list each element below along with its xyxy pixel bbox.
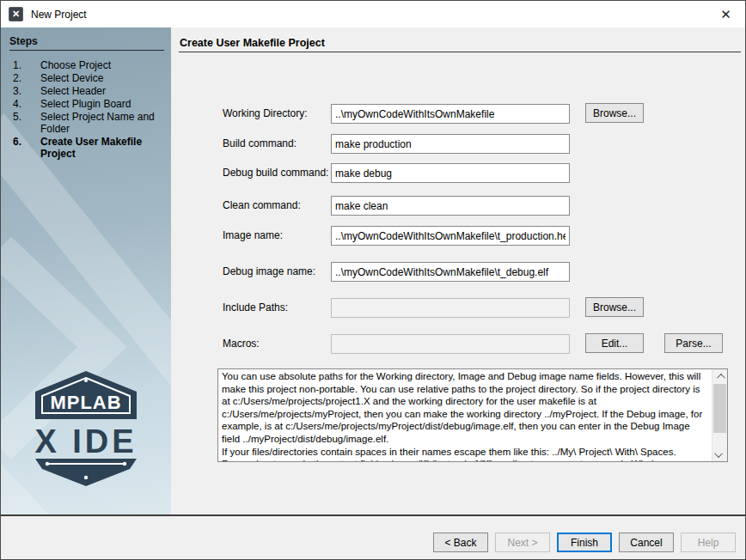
steps-heading: Steps [1,27,171,50]
macros-label: Macros: [223,338,260,350]
logo-mplab-text: MPLAB [50,392,121,413]
close-icon[interactable]: ✕ [706,1,745,27]
debug-image-name-label: Debug image name: [223,265,315,277]
next-button: Next > [495,533,550,552]
step-number: 6. [13,136,30,160]
step-select-device: Select Device [40,72,162,84]
footer-button-bar: < Back Next > Finish Cancel Help [1,516,745,559]
heading-divider [179,52,741,52]
help-scrollbar[interactable] [712,369,727,461]
step-number: 2. [13,72,30,84]
include-paths-label: Include Paths: [223,301,288,313]
working-directory-label: Working Directory: [223,107,307,119]
build-command-label: Build command: [223,137,297,149]
build-command-input[interactable] [331,134,570,154]
help-text-box: You can use absolute paths for the Worki… [217,368,728,462]
steps-sidebar: Steps 1. Choose Project 2. Select Device… [1,27,171,514]
step-choose-project: Choose Project [40,59,162,71]
step-number: 4. [13,98,30,110]
scroll-up-icon[interactable] [712,369,727,383]
include-paths-input [331,298,570,318]
step-select-plugin-board: Select Plugin Board [40,98,162,110]
mplab-x-ide-logo: MPLAB X IDE [21,369,150,490]
scrollbar-thumb[interactable] [713,384,726,433]
back-button[interactable]: < Back [433,533,488,552]
cancel-button[interactable]: Cancel [619,533,674,552]
step-number: 3. [13,85,30,97]
step-select-header: Select Header [40,85,162,97]
mplab-x-app-icon: ✕ [9,7,23,21]
macros-input [331,334,570,354]
step-select-project-name: Select Project Name and Folder [40,111,162,135]
working-directory-input[interactable] [331,104,570,124]
macros-edit-button[interactable]: Edit... [585,333,644,353]
new-project-dialog: ✕ New Project ✕ Steps 1. Choose Project … [0,0,746,560]
scroll-down-icon[interactable] [712,447,727,461]
step-create-user-makefile: Create User Makefile Project [40,136,162,160]
finish-button[interactable]: Finish [557,533,612,552]
image-name-label: Image name: [223,229,283,241]
step-number: 5. [13,111,30,135]
image-name-input[interactable] [331,226,570,246]
help-button: Help [681,533,736,552]
step-number: 1. [13,59,30,71]
steps-list: 1. Choose Project 2. Select Device 3. Se… [1,51,171,160]
macros-parse-button[interactable]: Parse... [664,333,723,353]
clean-command-input[interactable] [331,196,570,216]
clean-command-label: Clean command: [223,199,301,211]
window-title: New Project [31,9,87,21]
wizard-main-panel: Create User Makefile Project Working Dir… [171,27,745,514]
debug-build-command-input[interactable] [331,163,570,183]
debug-image-name-input[interactable] [331,262,570,282]
logo-xide-text: X IDE [34,423,137,460]
debug-build-command-label: Debug build command: [223,167,328,179]
include-paths-browse-button[interactable]: Browse... [585,297,644,317]
working-directory-browse-button[interactable]: Browse... [585,103,644,123]
help-text: You can use absolute paths for the Worki… [218,369,712,461]
title-bar: ✕ New Project ✕ [1,1,745,27]
page-title: Create User Makefile Project [180,37,325,49]
